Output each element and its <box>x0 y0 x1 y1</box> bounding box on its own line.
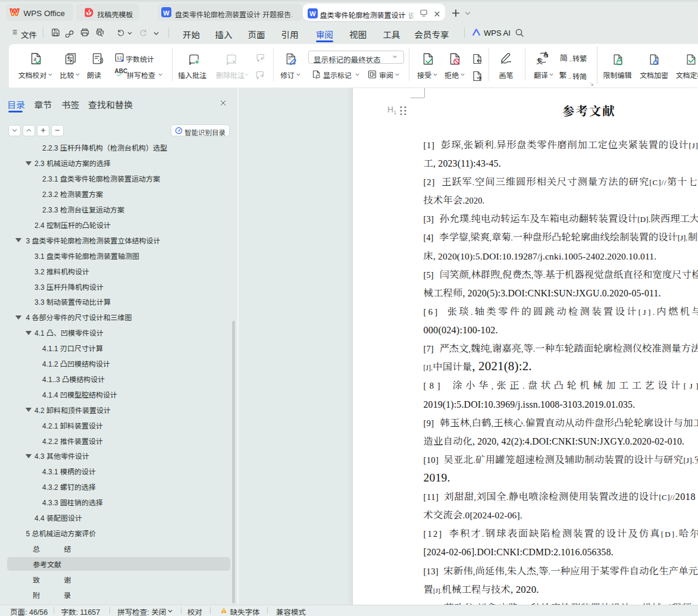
svg-text:a: a <box>33 55 36 62</box>
svg-text:12: 12 <box>117 55 122 61</box>
